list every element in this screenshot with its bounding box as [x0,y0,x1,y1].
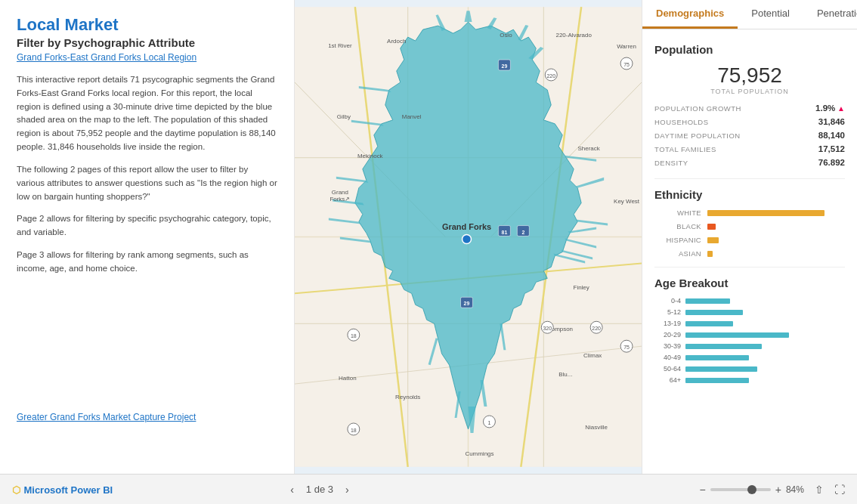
divider-1 [654,178,845,179]
age-label: 20-29 [654,331,681,339]
description-3: Page 2 allows for filtering by specific … [17,212,277,240]
svg-text:Grand: Grand [332,189,348,196]
svg-text:Forks↗: Forks↗ [329,196,350,203]
age-label: 13-19 [654,320,681,327]
age-bar-container [685,298,845,304]
age-bar-container [685,366,845,372]
age-label: 30-39 [654,342,681,350]
tab-demographics[interactable]: Demographics [642,0,738,29]
age-bar-container [685,321,845,326]
stat-name-daytime: DAYTIME POPULATION [654,131,741,140]
growth-arrow-icon: ▲ [835,104,845,113]
age-row: 5-12 [654,308,845,316]
stat-name-households: HOUSEHOLDS [654,118,709,126]
left-panel: Local Market Filter by Psychographic Att… [0,0,295,474]
ethnicity-title: Ethnicity [654,188,845,201]
population-label: TOTAL POPULATION [654,88,845,95]
zoom-controls: − + 84% ⇧ ⛶ [700,484,845,496]
svg-text:Blu...: Blu... [558,371,572,378]
age-bar-container [685,344,845,349]
stat-value-families: 17,512 [818,144,845,153]
stat-row-daytime: DAYTIME POPULATION 88,140 [654,128,845,142]
zoom-in-button[interactable]: + [775,484,781,496]
age-row: 64+ [654,376,845,384]
zoom-slider[interactable] [710,488,771,491]
stat-value-growth: 1.9% ▲ [815,104,845,113]
nav-controls: ‹ 1 de 3 › [286,482,354,497]
age-bar [685,321,733,326]
ethnicity-row: HISPANIC [654,236,845,244]
eth-bar [707,210,825,216]
age-bar-container [685,378,845,383]
zoom-out-button[interactable]: − [700,484,706,496]
svg-text:220: 220 [546,73,555,79]
eth-label: ASIAN [654,249,701,258]
fullscreen-button[interactable]: ⛶ [834,484,845,496]
svg-point-34 [463,235,472,244]
stat-row-density: DENSITY 76.892 [654,156,845,169]
stat-name-growth: POPULATION GROWTH [654,104,741,113]
svg-text:Mekinock: Mekinock [357,153,383,159]
svg-text:29: 29 [502,63,508,69]
svg-text:Oslo: Oslo [500,32,512,39]
svg-text:75: 75 [623,62,630,67]
region-link[interactable]: Grand Forks-East Grand Forks Local Regio… [17,52,277,63]
ethnicity-row: WHITE [654,209,845,217]
description-4: Page 3 allows for filtering by rank amon… [17,249,277,276]
tab-potential[interactable]: Potential [738,0,803,29]
svg-text:Reynolds: Reynolds [395,394,420,400]
svg-text:Gilby: Gilby [337,113,351,120]
eth-bar [707,224,716,230]
prev-page-button[interactable]: ‹ [286,482,299,497]
svg-text:Warren: Warren [617,43,636,50]
svg-text:Key West: Key West [614,198,640,205]
population-number: 75,952 [654,63,845,88]
right-panel: Demographics Potential Penetration Popul… [642,0,857,474]
page-title: Local Market [17,15,277,35]
eth-bar-container [707,224,845,230]
population-display: 75,952 TOTAL POPULATION [654,63,845,95]
footer-link[interactable]: Greater Grand Forks Market Capture Proje… [17,412,277,422]
svg-text:Manvel: Manvel [402,113,422,120]
svg-text:320: 320 [543,326,552,331]
svg-text:29: 29 [464,301,470,306]
svg-text:Ardoch: Ardoch [387,38,406,45]
divider-2 [654,267,845,267]
zoom-percentage: 84% [786,484,804,495]
age-bar [685,310,743,315]
next-page-button[interactable]: › [341,482,354,497]
tab-penetration[interactable]: Penetration [803,0,857,29]
age-row: 40-49 [654,354,845,361]
right-content: Population 75,952 TOTAL POPULATION POPUL… [642,29,857,474]
svg-text:81: 81 [502,230,508,235]
age-bar [685,298,730,304]
age-row: 30-39 [654,342,845,350]
eth-bar-container [707,237,845,243]
eth-bar-container [707,210,845,216]
map-panel: Grand Forks Key West Grand Forks↗ Sherac… [295,0,642,474]
svg-text:Cummings: Cummings [465,450,493,457]
ethnicity-row: ASIAN [654,249,845,258]
eth-bar-container [707,251,845,257]
tab-bar: Demographics Potential Penetration [642,0,857,29]
age-bar [685,378,749,383]
page-info: 1 de 3 [306,484,333,495]
svg-text:Niasville: Niasville [585,424,608,431]
population-title: Population [654,43,845,56]
share-button[interactable]: ⇧ [815,484,824,496]
svg-text:Hatton: Hatton [339,375,356,382]
svg-text:Climax: Climax [583,352,602,359]
eth-label: HISPANIC [654,236,701,244]
stat-value-daytime: 88,140 [818,131,845,140]
svg-text:Sherack: Sherack [578,145,600,152]
stat-row-households: HOUSEHOLDS 31,846 [654,115,845,128]
age-bar-container [685,332,845,338]
age-title: Age Breakout [654,277,845,289]
age-bar [685,344,762,349]
svg-text:Finley: Finley [574,284,589,291]
svg-text:220-Alvarado: 220-Alvarado [555,32,592,39]
age-bar [685,332,789,338]
powerbi-label[interactable]: Microsoft Power BI [23,484,113,496]
age-bar-container [685,355,845,360]
zoom-slider-thumb [747,485,756,494]
